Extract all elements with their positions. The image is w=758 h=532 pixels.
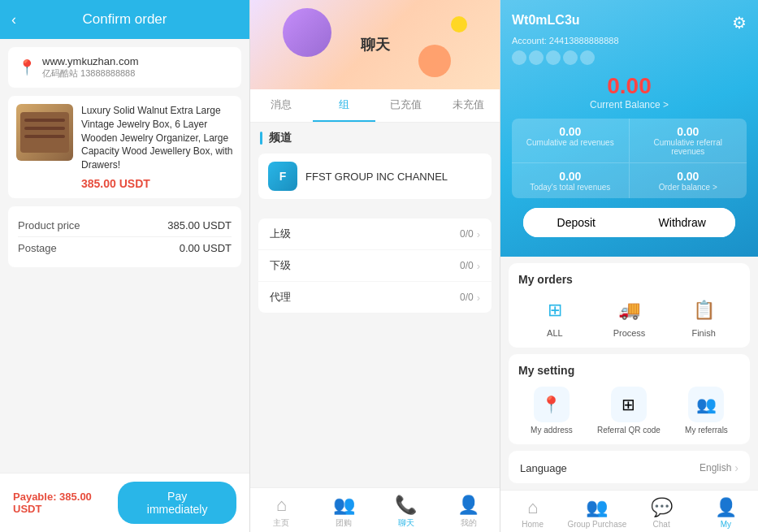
star-rating <box>512 50 747 65</box>
referral-qr-item[interactable]: ⊞ Referral QR code <box>597 387 661 435</box>
banner-deco-2 <box>418 45 451 77</box>
panel3-nav-group-label: Group Purchase <box>567 520 626 529</box>
settings-icons-row: 📍 My address ⊞ Referral QR code 👥 My ref… <box>518 387 740 435</box>
panel3-my-icon: 👤 <box>715 497 737 518</box>
order-process[interactable]: 🚚 Process <box>613 296 646 338</box>
panel3-nav-home[interactable]: ⌂ Home <box>500 497 565 529</box>
chevron-junior-icon: › <box>477 260 480 272</box>
product-price-amount: 385.00 USDT <box>167 219 232 231</box>
order-footer: Payable: 385.00 USDT Pay immediately <box>0 473 249 532</box>
my-nav-icon: 👤 <box>457 495 479 516</box>
star-4 <box>563 50 578 65</box>
my-referrals-item[interactable]: 👥 My referrals <box>685 387 728 435</box>
withdraw-button[interactable]: Withdraw <box>630 208 736 237</box>
chat-tabs: 消息 组 已充值 未充值 <box>250 89 500 123</box>
group-senior-label: 上级 <box>270 227 460 241</box>
panel3-nav-home-label: Home <box>522 520 544 529</box>
qr-label: Referral QR code <box>597 426 661 435</box>
channel-item[interactable]: F FFST GROUP INC CHANNEL <box>258 154 492 199</box>
process-orders-icon: 🚚 <box>615 296 644 325</box>
stat-cumulative-ad: 0.00 Cumulative ad revenues <box>512 119 630 163</box>
tab-recharged[interactable]: 已充值 <box>375 89 438 122</box>
chat-panel: 聊天 消息 组 已充值 未充值 频道 F FFST GROUP INC CHAN… <box>250 0 500 532</box>
order-finish[interactable]: 📋 Finish <box>689 296 718 338</box>
panel2-nav-my[interactable]: 👤 我的 <box>437 495 500 529</box>
all-orders-icon: ⊞ <box>540 296 570 325</box>
panel2-nav-chat[interactable]: 📞 聊天 <box>375 495 438 529</box>
price-details: Product price 385.00 USDT Postage 0.00 U… <box>8 206 241 267</box>
star-2 <box>529 50 544 65</box>
panel3-bottom-nav: ⌂ Home 👥 Group Purchase 💬 Chat 👤 My <box>500 490 758 532</box>
website-info: 📍 www.ymkuzhan.com 亿码酷站 13888888888 <box>8 47 241 88</box>
panel3-home-icon: ⌂ <box>527 497 538 518</box>
deposit-button[interactable]: Deposit <box>523 208 630 237</box>
panel3-chat-icon: 💬 <box>651 497 673 518</box>
product-name: Luxury Solid Walnut Extra Large Vintage … <box>81 104 233 172</box>
panel3-nav-my[interactable]: 👤 My <box>694 497 758 529</box>
my-orders-section: My orders ⊞ ALL 🚚 Process 📋 Finish <box>509 263 750 348</box>
balance-value: 0.00 <box>512 73 747 99</box>
product-price-label: Product price <box>18 219 80 231</box>
menu-language[interactable]: Language English › <box>509 451 750 483</box>
referrals-icon: 👥 <box>688 387 724 422</box>
star-1 <box>512 50 526 65</box>
address-icon: 📍 <box>534 387 570 422</box>
orders-section-title: My orders <box>518 273 740 286</box>
home-icon: ⌂ <box>276 495 287 516</box>
panel2-nav-home[interactable]: ⌂ 主页 <box>250 495 313 529</box>
channel-section-header: 频道 <box>250 123 500 154</box>
language-label: Language <box>520 462 700 474</box>
balance-label: Current Balance > <box>512 99 747 110</box>
deposit-withdraw-actions: Deposit Withdraw <box>523 208 735 237</box>
banner-deco-1 <box>283 8 331 57</box>
panel3-nav-chat-label: Chat <box>653 520 670 529</box>
language-value: English <box>700 462 731 474</box>
group-agent-label: 代理 <box>270 290 460 305</box>
tab-unreacharged[interactable]: 未充值 <box>437 89 500 122</box>
group-row-agent[interactable]: 代理 0/0 › <box>258 282 492 313</box>
chat-banner: 聊天 <box>250 0 500 89</box>
group-junior-label: 下级 <box>270 258 460 273</box>
stat-order-balance[interactable]: 0.00 Order balance > <box>630 163 747 198</box>
qr-code-icon: ⊞ <box>611 387 647 422</box>
panel1-header: ‹ Confirm order <box>0 0 249 39</box>
order-all[interactable]: ⊞ ALL <box>540 296 570 338</box>
finish-orders-label: Finish <box>691 328 715 338</box>
postage-amount: 0.00 USDT <box>180 242 232 254</box>
location-icon: 📍 <box>18 58 36 76</box>
account-number: Account: 24413888888888 <box>512 36 747 45</box>
username: Wt0mLC3u <box>512 13 580 28</box>
group-row-senior[interactable]: 上级 0/0 › <box>258 218 492 250</box>
postage-label: Postage <box>18 242 57 254</box>
my-address-item[interactable]: 📍 My address <box>531 387 573 435</box>
stat-ad-value: 0.00 <box>520 125 621 138</box>
group-senior-value: 0/0 <box>460 228 474 240</box>
chat-banner-title: 聊天 <box>361 35 390 54</box>
panel2-bottom-nav: ⌂ 主页 👥 团购 📞 聊天 👤 我的 <box>250 487 500 532</box>
panel3-nav-group[interactable]: 👥 Group Purchase <box>565 497 629 529</box>
panel1-title: Confirm order <box>83 11 167 28</box>
product-price: 385.00 USDT <box>81 177 233 190</box>
pay-immediately-button[interactable]: Pay immediately <box>118 482 236 524</box>
stat-ref-value: 0.00 <box>638 125 739 138</box>
tab-group[interactable]: 组 <box>313 89 375 122</box>
channel-name: FFST GROUP INC CHANNEL <box>305 171 448 183</box>
settings-menu: Language English › About us › Contact cu… <box>509 451 750 483</box>
price-row-postage: Postage 0.00 USDT <box>18 237 232 259</box>
back-icon[interactable]: ‹ <box>11 11 16 28</box>
group-row-junior[interactable]: 下级 0/0 › <box>258 250 492 282</box>
chevron-senior-icon: › <box>477 228 480 240</box>
tab-message[interactable]: 消息 <box>250 89 313 122</box>
panel2-nav-chat-label: 聊天 <box>398 517 414 529</box>
settings-gear-icon[interactable]: ⚙ <box>732 13 747 32</box>
balance-display[interactable]: 0.00 Current Balance > <box>512 73 747 110</box>
stat-today-label: Today's total revenues <box>520 183 621 192</box>
panel3-nav-chat[interactable]: 💬 Chat <box>630 497 694 529</box>
stats-grid: 0.00 Cumulative ad revenues 0.00 Cumulat… <box>512 119 747 198</box>
group-list: 上级 0/0 › 下级 0/0 › 代理 0/0 › <box>258 218 492 313</box>
all-orders-label: ALL <box>547 328 563 338</box>
star-3 <box>546 50 561 65</box>
confirm-order-panel: ‹ Confirm order 📍 www.ymkuzhan.com 亿码酷站 … <box>0 0 250 532</box>
panel2-nav-group[interactable]: 👥 团购 <box>313 495 375 529</box>
referrals-label: My referrals <box>685 426 728 435</box>
